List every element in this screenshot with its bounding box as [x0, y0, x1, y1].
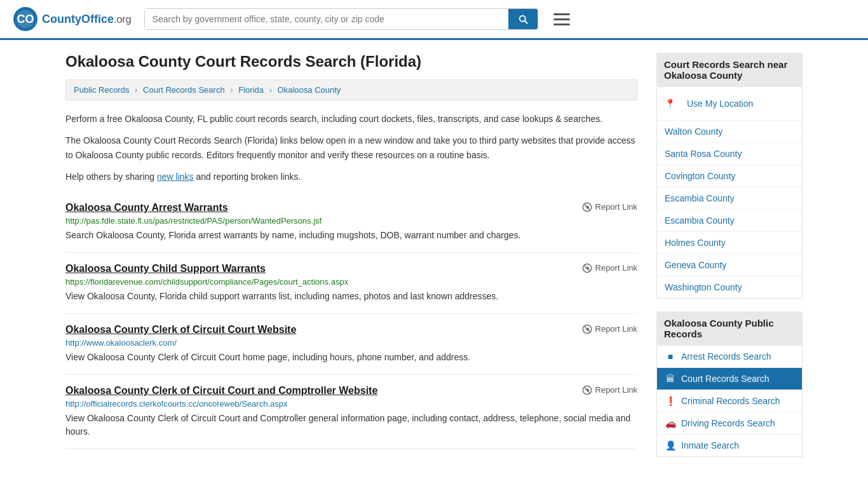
- record-label-4: Inmate Search: [681, 440, 739, 451]
- result-url-link-0[interactable]: http://pas.fdle.state.fl.us/pas/restrict…: [65, 216, 322, 226]
- nearby-county-5[interactable]: Holmes County: [657, 232, 802, 254]
- nearby-counties: Walton CountySanta Rosa CountyCovington …: [657, 121, 802, 298]
- report-link-0[interactable]: Report Link: [582, 202, 637, 212]
- result-desc-0: Search Okaloosa County, Florida arrest w…: [65, 229, 637, 242]
- page-title: Okaloosa County Court Records Search (Fl…: [65, 53, 637, 71]
- breadcrumb: Public Records › Court Records Search › …: [65, 79, 637, 100]
- sidebar: Court Records Search near Okaloosa Count…: [656, 53, 803, 457]
- search-icon: [517, 13, 529, 25]
- public-record-item-2[interactable]: ❗Criminal Records Search: [657, 390, 802, 412]
- result-url-1: https://floridarevenue.com/childsupport/…: [65, 277, 637, 287]
- record-icon-0: ■: [665, 351, 676, 362]
- result-title-0[interactable]: Okaloosa County Arrest Warrants: [65, 202, 228, 214]
- breadcrumb-court-records[interactable]: Court Records Search: [143, 85, 225, 95]
- nearby-counties-list: 📍 Use My Location Walton CountySanta Ros…: [656, 87, 803, 299]
- report-link-1[interactable]: Report Link: [582, 263, 637, 273]
- public-record-item-0[interactable]: ■Arrest Records Search: [657, 346, 802, 368]
- search-container: [144, 8, 538, 30]
- result-url-link-2[interactable]: http://www.okaloosaclerk.com/: [65, 338, 177, 348]
- menu-line: [553, 24, 570, 25]
- menu-button[interactable]: [551, 11, 573, 28]
- record-label-0: Arrest Records Search: [681, 351, 771, 362]
- nearby-county-3[interactable]: Escambia County: [657, 187, 802, 210]
- result-item: Okaloosa County Clerk of Circuit Court W…: [65, 314, 637, 375]
- logo-icon: CO: [13, 6, 38, 32]
- record-icon-1: 🏛: [665, 374, 676, 384]
- result-url-2: http://www.okaloosaclerk.com/: [65, 338, 637, 348]
- nearby-county-7[interactable]: Washington County: [657, 276, 802, 298]
- breadcrumb-sep: ›: [269, 85, 272, 95]
- result-url-link-3[interactable]: http://officialrecords.clerkofcourts.cc/…: [65, 399, 287, 409]
- result-title-2[interactable]: Okaloosa County Clerk of Circuit Court W…: [65, 324, 296, 336]
- report-link-2[interactable]: Report Link: [582, 324, 637, 334]
- new-links-link[interactable]: new links: [157, 172, 194, 182]
- result-title-1[interactable]: Okaloosa County Child Support Warrants: [65, 263, 266, 274]
- report-icon: [582, 324, 592, 334]
- breadcrumb-sep: ›: [230, 85, 233, 95]
- report-icon: [582, 385, 592, 395]
- record-icon-3: 🚗: [665, 418, 676, 428]
- result-url-3: http://officialrecords.clerkofcourts.cc/…: [65, 399, 637, 409]
- description-1: Perform a free Okaloosa County, FL publi…: [65, 112, 637, 126]
- record-label-1: Court Records Search: [681, 374, 770, 384]
- report-icon: [582, 263, 592, 273]
- public-record-item-4[interactable]: 👤Inmate Search: [657, 435, 802, 456]
- use-location-link[interactable]: Use My Location: [679, 93, 761, 114]
- result-item: Okaloosa County Child Support Warrants R…: [65, 253, 637, 314]
- public-record-item-1[interactable]: 🏛Court Records Search: [657, 368, 802, 390]
- result-desc-1: View Okaloosa County, Florida child supp…: [65, 290, 637, 303]
- public-record-item-3[interactable]: 🚗Driving Records Search: [657, 412, 802, 435]
- nearby-county-0[interactable]: Walton County: [657, 121, 802, 143]
- result-item: Okaloosa County Arrest Warrants Report L…: [65, 192, 637, 253]
- result-title-3[interactable]: Okaloosa County Clerk of Circuit Court a…: [65, 385, 377, 396]
- description-3: Help others by sharing new links and rep…: [65, 170, 637, 184]
- description-2: The Okaloosa County Court Records Search…: [65, 133, 637, 162]
- use-location-item[interactable]: 📍 Use My Location: [657, 87, 802, 121]
- breadcrumb-florida[interactable]: Florida: [238, 85, 264, 95]
- report-link-3[interactable]: Report Link: [582, 385, 637, 395]
- nearby-county-4[interactable]: Escambia County: [657, 210, 802, 232]
- result-desc-3: View Okaloosa County Clerk of Circuit Co…: [65, 412, 637, 438]
- search-button[interactable]: [508, 9, 538, 29]
- result-url-link-1[interactable]: https://floridarevenue.com/childsupport/…: [65, 277, 348, 287]
- record-label-2: Criminal Records Search: [681, 396, 780, 406]
- nearby-header: Court Records Search near Okaloosa Count…: [656, 53, 803, 87]
- record-icon-4: 👤: [665, 440, 676, 451]
- breadcrumb-okaloosa[interactable]: Okaloosa County: [278, 85, 341, 95]
- result-url-0: http://pas.fdle.state.fl.us/pas/restrict…: [65, 216, 637, 226]
- results-list: Okaloosa County Arrest Warrants Report L…: [65, 192, 637, 449]
- nearby-county-2[interactable]: Covington County: [657, 165, 802, 187]
- public-records-list: ■Arrest Records Search🏛Court Records Sea…: [656, 346, 803, 457]
- result-desc-2: View Okaloosa County Clerk of Circuit Co…: [65, 351, 637, 364]
- menu-line: [553, 13, 570, 15]
- result-item: Okaloosa County Clerk of Circuit Court a…: [65, 375, 637, 449]
- location-pin-icon: 📍: [665, 98, 675, 109]
- nearby-county-6[interactable]: Geneva County: [657, 254, 802, 276]
- logo[interactable]: CO CountyOffice.org: [13, 6, 132, 32]
- breadcrumb-sep: ›: [135, 85, 137, 95]
- breadcrumb-public-records[interactable]: Public Records: [74, 85, 129, 95]
- nearby-county-1[interactable]: Santa Rosa County: [657, 143, 802, 165]
- logo-text: CountyOffice.org: [42, 13, 132, 26]
- menu-line: [553, 18, 570, 20]
- search-input[interactable]: [145, 9, 508, 29]
- record-icon-2: ❗: [665, 396, 676, 406]
- svg-text:CO: CO: [17, 13, 34, 25]
- public-records-header: Okaloosa County Public Records: [656, 311, 803, 346]
- report-icon: [582, 202, 592, 212]
- record-label-3: Driving Records Search: [681, 418, 775, 428]
